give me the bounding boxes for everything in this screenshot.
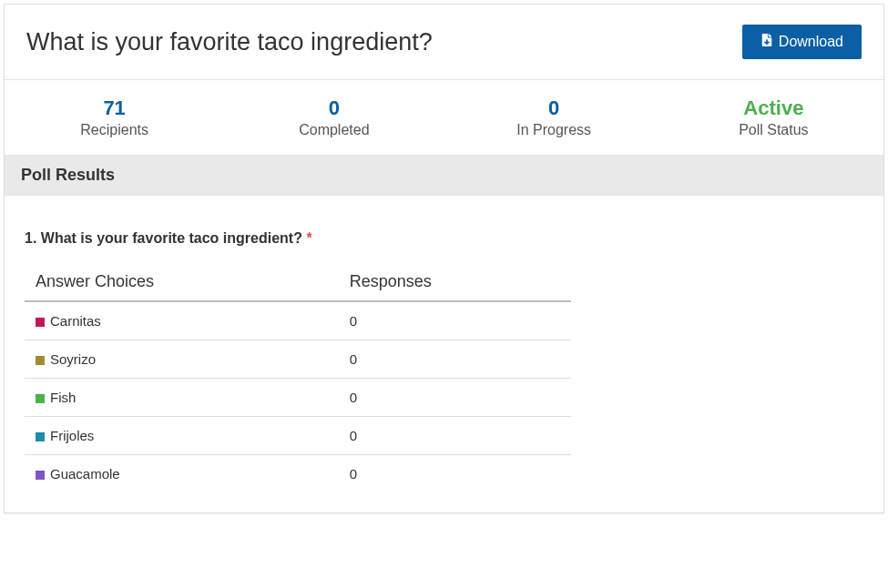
header-responses: Responses — [339, 263, 571, 301]
question-text: What is your favorite taco ingredient? — [41, 230, 302, 246]
stat-label: In Progress — [444, 122, 664, 138]
answer-choice-cell: Frijoles — [25, 417, 339, 455]
answer-choice-cell: Guacamole — [25, 455, 339, 493]
color-swatch-icon — [36, 356, 45, 365]
table-row: Frijoles0 — [25, 417, 571, 455]
answer-choice-label: Frijoles — [50, 428, 94, 443]
stats-row: 71 Recipients 0 Completed 0 In Progress … — [5, 80, 883, 155]
stat-completed: 0 Completed — [224, 96, 444, 138]
download-icon — [760, 34, 773, 50]
responses-cell: 0 — [339, 455, 571, 493]
responses-cell: 0 — [339, 417, 571, 455]
answer-choice-label: Soyrizo — [50, 351, 96, 367]
table-header-row: Answer Choices Responses — [25, 263, 571, 301]
answer-choice-cell: Carnitas — [25, 301, 339, 340]
color-swatch-icon — [36, 394, 45, 403]
table-row: Fish0 — [25, 379, 571, 417]
answer-choice-label: Fish — [50, 390, 76, 405]
poll-panel: What is your favorite taco ingredient? D… — [4, 4, 884, 513]
stat-label: Completed — [224, 122, 444, 138]
stat-in-progress: 0 In Progress — [444, 96, 664, 138]
results-body: 1. What is your favorite taco ingredient… — [5, 196, 883, 512]
question-number: 1. — [25, 230, 36, 246]
required-marker: * — [306, 230, 311, 246]
answer-choice-cell: Soyrizo — [25, 340, 339, 379]
stat-value: 0 — [224, 96, 444, 120]
color-swatch-icon — [36, 432, 45, 441]
download-button[interactable]: Download — [742, 25, 862, 59]
table-row: Soyrizo0 — [25, 340, 571, 379]
panel-header: What is your favorite taco ingredient? D… — [5, 5, 883, 80]
color-swatch-icon — [36, 471, 45, 480]
table-row: Carnitas0 — [25, 301, 571, 340]
stat-value: 71 — [5, 96, 224, 120]
poll-results-header: Poll Results — [5, 155, 883, 196]
stat-poll-status: Active Poll Status — [664, 96, 883, 138]
color-swatch-icon — [36, 318, 45, 327]
stat-value: Active — [664, 96, 883, 120]
answer-choice-label: Guacamole — [50, 466, 120, 482]
responses-cell: 0 — [339, 379, 571, 417]
answer-choice-cell: Fish — [25, 379, 339, 417]
download-button-label: Download — [779, 34, 843, 50]
responses-cell: 0 — [339, 340, 571, 379]
responses-cell: 0 — [339, 301, 571, 340]
stat-value: 0 — [444, 96, 664, 120]
stat-label: Poll Status — [664, 122, 883, 138]
stat-recipients: 71 Recipients — [5, 96, 224, 138]
header-answer-choices: Answer Choices — [25, 263, 339, 301]
question-title: 1. What is your favorite taco ingredient… — [25, 230, 863, 247]
table-row: Guacamole0 — [25, 455, 571, 493]
answer-choice-label: Carnitas — [50, 313, 101, 329]
page-title: What is your favorite taco ingredient? — [26, 28, 433, 56]
stat-label: Recipients — [5, 122, 224, 138]
results-table: Answer Choices Responses Carnitas0Soyriz… — [25, 263, 571, 492]
